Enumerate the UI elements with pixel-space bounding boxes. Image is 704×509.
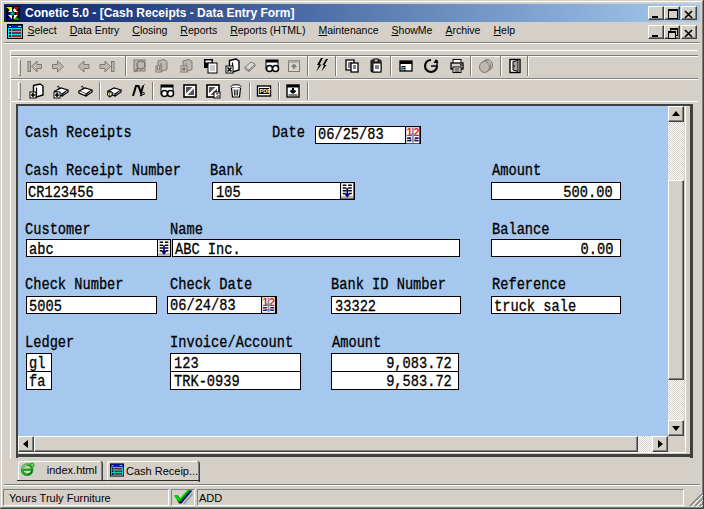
svg-text:2: 2 (414, 126, 420, 138)
svg-text:s: s (216, 92, 220, 99)
svg-text:PDF: PDF (260, 88, 272, 94)
svg-text:2: 2 (269, 297, 275, 308)
svg-text:F: F (402, 66, 406, 72)
svg-text:p: p (109, 91, 113, 98)
svg-text:1: 1 (407, 126, 413, 138)
